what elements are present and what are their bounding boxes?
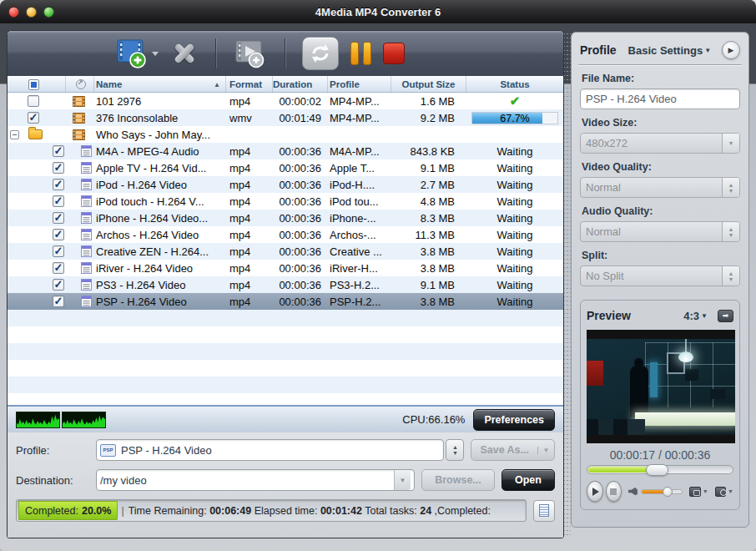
row-checkbox[interactable]: ✓ [53, 245, 64, 257]
aspect-ratio-dropdown[interactable]: 4:3▼ [683, 310, 708, 322]
row-duration: 00:01:49 [273, 112, 328, 124]
pause-button[interactable] [350, 42, 371, 65]
profile-combo[interactable]: PSP PSP - H.264 Video [96, 439, 444, 461]
volume-icon[interactable] [628, 487, 638, 497]
table-row[interactable]: ✓iPod touch - H.264 V...mp400:00:36iPod … [8, 193, 563, 210]
pause-icon [350, 42, 359, 65]
stop-button[interactable] [383, 43, 405, 64]
open-button[interactable]: Open [501, 469, 555, 491]
row-checkbox[interactable]: ✓ [53, 229, 64, 240]
table-row[interactable]: ✓iPod - H.264 Videomp400:00:36iPod-H....… [8, 176, 563, 193]
row-checkbox[interactable]: ✓ [53, 145, 64, 157]
column-header-status[interactable]: Status [466, 76, 563, 93]
column-header-output-size[interactable]: Output Size [391, 76, 466, 93]
table-row[interactable]: ✓iPhone - H.264 Video...mp400:00:36iPhon… [8, 210, 563, 226]
row-duration: 00:00:36 [273, 279, 328, 291]
column-header-format[interactable]: Format [226, 76, 273, 93]
delete-button[interactable] [170, 39, 199, 68]
table-row[interactable]: ✓Archos - H.264 Videomp400:00:36Archos-.… [8, 226, 563, 243]
chevron-down-icon[interactable]: ▼ [728, 488, 733, 494]
row-output-size: 9.1 MB [391, 279, 466, 291]
row-format: mp4 [226, 195, 273, 208]
save-as-button[interactable]: Save As... ▼ [471, 439, 555, 461]
cpu-meter-icon [16, 412, 60, 428]
row-checkbox[interactable] [28, 95, 39, 107]
video-preview[interactable] [587, 330, 735, 443]
select-all-checkbox[interactable] [28, 79, 39, 90]
cpu-usage-label: CPU:66.16% [402, 413, 465, 426]
column-header-duration[interactable]: Duration [273, 76, 328, 93]
table-row[interactable]: ✓376 Inconsolablewmv00:01:49MP4-MP...9.2… [8, 109, 563, 126]
merge-video-button[interactable] [233, 38, 268, 69]
status-text: Waiting [497, 212, 533, 225]
table-row[interactable]: ✓M4A - MPEG-4 Audiomp400:00:36M4A-MP...8… [8, 143, 563, 159]
table-row[interactable]: ✓Creative ZEN - H.264...mp400:00:36Creat… [8, 243, 563, 260]
row-checkbox[interactable]: ✓ [53, 296, 64, 307]
profile-stepper[interactable]: ▲▼ [446, 439, 464, 461]
split-select[interactable]: No Split ▲▼ [580, 265, 740, 286]
capture-device-icon[interactable] [689, 487, 700, 497]
status-bar: Completed:20.0% | Time Remaining: 00:06:… [16, 499, 555, 522]
video-quality-select[interactable]: Normal ▲▼ [580, 177, 740, 198]
seek-thumb[interactable] [646, 464, 668, 476]
row-checkbox[interactable]: ✓ [28, 112, 39, 124]
table-row[interactable]: ✓PSP - H.264 Videomp400:00:36PSP-H.2...3… [8, 293, 563, 310]
play-icon [592, 488, 599, 496]
clip-list-icon [81, 229, 92, 240]
log-document-icon [539, 504, 549, 517]
play-button[interactable] [587, 481, 603, 502]
video-size-select[interactable]: 480x272 ▼ [580, 133, 740, 154]
snapshot-camera-icon[interactable] [715, 487, 726, 497]
app-window: 4Media MP4 Converter 6 [0, 0, 756, 551]
add-dropdown-arrow-icon[interactable] [152, 52, 159, 56]
row-format: mp4 [226, 95, 273, 108]
audio-quality-select[interactable]: Normal ▲▼ [580, 221, 740, 242]
basic-settings-dropdown[interactable]: Basic Settings▼ [628, 44, 712, 57]
row-checkbox[interactable]: ✓ [53, 195, 64, 207]
convert-button[interactable] [302, 37, 339, 70]
row-checkbox[interactable]: ✓ [53, 279, 64, 291]
stop-playback-button[interactable] [606, 481, 622, 502]
table-row[interactable]: ✓Apple TV - H.264 Vid...mp400:00:36Apple… [8, 159, 563, 176]
table-row[interactable]: ✓iRiver - H.264 Videomp400:00:36iRiver-H… [8, 260, 563, 276]
completed-badge: Completed:20.0% [18, 501, 118, 520]
row-checkbox[interactable]: ✓ [53, 262, 64, 274]
log-button[interactable] [533, 500, 555, 522]
preferences-button[interactable]: Preferences [473, 409, 555, 431]
table-row[interactable]: 101 2976mp400:00:02MP4-MP...1.6 MB✔ [8, 93, 563, 109]
folder-icon [28, 129, 43, 139]
profile-panel-title: Profile [580, 43, 617, 57]
export-preview-icon[interactable]: ➡ [718, 310, 733, 322]
add-video-button[interactable] [114, 38, 159, 69]
row-checkbox[interactable]: ✓ [53, 179, 64, 190]
row-checkbox[interactable]: ✓ [53, 162, 64, 174]
row-output-size: 3.8 MB [391, 296, 466, 308]
volume-thumb[interactable] [663, 487, 673, 497]
pause-icon [363, 42, 371, 65]
collapse-icon[interactable]: − [10, 130, 19, 139]
column-header-profile[interactable]: Profile [328, 76, 391, 93]
group-row[interactable]: −Who Says - John May... [8, 126, 563, 143]
chevron-down-icon[interactable]: ▼ [703, 488, 708, 494]
save-as-dropdown-arrow-icon[interactable]: ▼ [537, 447, 554, 454]
table-row[interactable]: ✓PS3 - H.264 Videomp400:00:36PS3-H.2...9… [8, 276, 563, 293]
row-name: M4A - MPEG-4 Audio [94, 145, 226, 158]
row-name: Archos - H.264 Video [94, 229, 226, 241]
divider [578, 64, 742, 65]
row-format: mp4 [226, 279, 273, 291]
row-profile: iPod-H.... [328, 179, 391, 191]
row-format: wmv [226, 112, 273, 124]
row-duration: 00:00:36 [273, 179, 328, 191]
pane-divider[interactable] [564, 30, 571, 538]
row-profile: PS3-H.2... [328, 279, 391, 291]
destination-combo[interactable]: /my video ▼ [96, 469, 415, 491]
row-checkbox[interactable]: ✓ [53, 212, 64, 224]
seek-slider[interactable] [587, 465, 733, 474]
volume-slider[interactable] [641, 489, 683, 494]
destination-dropdown-arrow-icon[interactable]: ▼ [394, 470, 411, 490]
clip-list-icon [81, 195, 92, 207]
column-header-name[interactable]: Name ▲ [94, 76, 226, 93]
advanced-settings-button[interactable]: ▶ [722, 41, 740, 59]
browse-button[interactable]: Browse... [421, 469, 495, 491]
file-name-input[interactable] [580, 88, 740, 109]
